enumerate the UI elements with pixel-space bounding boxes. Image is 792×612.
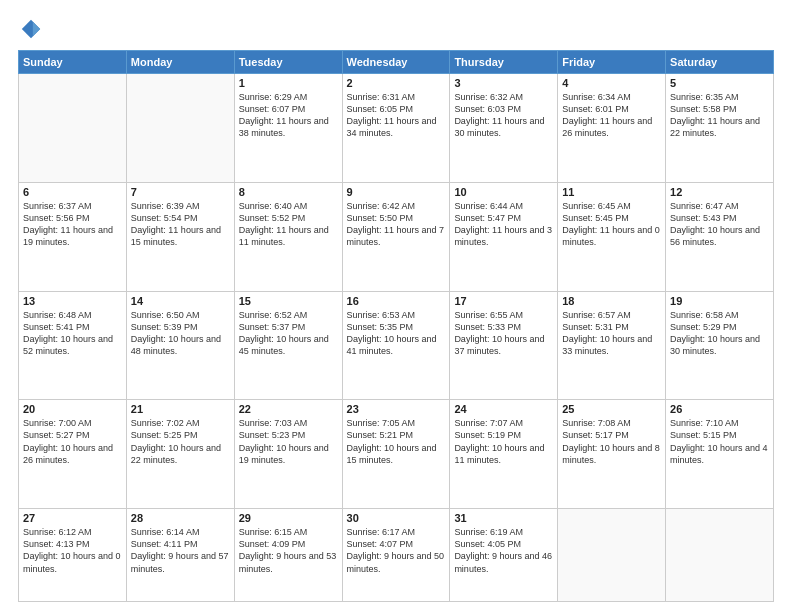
calendar-cell: 6Sunrise: 6:37 AM Sunset: 5:56 PM Daylig… [19,182,127,291]
calendar-cell: 29Sunrise: 6:15 AM Sunset: 4:09 PM Dayli… [234,509,342,602]
day-number: 9 [347,186,446,198]
day-info: Sunrise: 6:35 AM Sunset: 5:58 PM Dayligh… [670,91,769,140]
calendar-cell: 1Sunrise: 6:29 AM Sunset: 6:07 PM Daylig… [234,74,342,183]
day-number: 6 [23,186,122,198]
weekday-tuesday: Tuesday [234,51,342,74]
day-number: 14 [131,295,230,307]
day-info: Sunrise: 6:53 AM Sunset: 5:35 PM Dayligh… [347,309,446,358]
day-info: Sunrise: 6:55 AM Sunset: 5:33 PM Dayligh… [454,309,553,358]
day-info: Sunrise: 6:58 AM Sunset: 5:29 PM Dayligh… [670,309,769,358]
calendar-cell: 9Sunrise: 6:42 AM Sunset: 5:50 PM Daylig… [342,182,450,291]
day-info: Sunrise: 6:44 AM Sunset: 5:47 PM Dayligh… [454,200,553,249]
calendar-cell: 25Sunrise: 7:08 AM Sunset: 5:17 PM Dayli… [558,400,666,509]
day-number: 27 [23,512,122,524]
calendar-cell: 23Sunrise: 7:05 AM Sunset: 5:21 PM Dayli… [342,400,450,509]
calendar-cell: 12Sunrise: 6:47 AM Sunset: 5:43 PM Dayli… [666,182,774,291]
day-info: Sunrise: 6:48 AM Sunset: 5:41 PM Dayligh… [23,309,122,358]
day-number: 2 [347,77,446,89]
day-info: Sunrise: 6:37 AM Sunset: 5:56 PM Dayligh… [23,200,122,249]
calendar-cell: 4Sunrise: 6:34 AM Sunset: 6:01 PM Daylig… [558,74,666,183]
day-number: 22 [239,403,338,415]
day-number: 28 [131,512,230,524]
day-info: Sunrise: 6:31 AM Sunset: 6:05 PM Dayligh… [347,91,446,140]
day-number: 11 [562,186,661,198]
calendar-cell: 11Sunrise: 6:45 AM Sunset: 5:45 PM Dayli… [558,182,666,291]
day-number: 20 [23,403,122,415]
day-number: 8 [239,186,338,198]
day-info: Sunrise: 6:45 AM Sunset: 5:45 PM Dayligh… [562,200,661,249]
weekday-saturday: Saturday [666,51,774,74]
day-info: Sunrise: 6:42 AM Sunset: 5:50 PM Dayligh… [347,200,446,249]
calendar-cell: 27Sunrise: 6:12 AM Sunset: 4:13 PM Dayli… [19,509,127,602]
day-number: 30 [347,512,446,524]
day-number: 26 [670,403,769,415]
calendar-cell: 30Sunrise: 6:17 AM Sunset: 4:07 PM Dayli… [342,509,450,602]
calendar-cell: 17Sunrise: 6:55 AM Sunset: 5:33 PM Dayli… [450,291,558,400]
calendar-cell: 21Sunrise: 7:02 AM Sunset: 5:25 PM Dayli… [126,400,234,509]
logo [18,18,42,40]
calendar-cell: 28Sunrise: 6:14 AM Sunset: 4:11 PM Dayli… [126,509,234,602]
day-number: 17 [454,295,553,307]
day-number: 25 [562,403,661,415]
calendar-cell: 26Sunrise: 7:10 AM Sunset: 5:15 PM Dayli… [666,400,774,509]
day-info: Sunrise: 6:15 AM Sunset: 4:09 PM Dayligh… [239,526,338,575]
calendar-cell: 24Sunrise: 7:07 AM Sunset: 5:19 PM Dayli… [450,400,558,509]
week-row-1: 6Sunrise: 6:37 AM Sunset: 5:56 PM Daylig… [19,182,774,291]
week-row-2: 13Sunrise: 6:48 AM Sunset: 5:41 PM Dayli… [19,291,774,400]
calendar-cell: 13Sunrise: 6:48 AM Sunset: 5:41 PM Dayli… [19,291,127,400]
weekday-sunday: Sunday [19,51,127,74]
day-number: 24 [454,403,553,415]
day-number: 15 [239,295,338,307]
day-info: Sunrise: 6:34 AM Sunset: 6:01 PM Dayligh… [562,91,661,140]
day-number: 3 [454,77,553,89]
calendar-cell: 19Sunrise: 6:58 AM Sunset: 5:29 PM Dayli… [666,291,774,400]
day-number: 29 [239,512,338,524]
calendar-cell: 2Sunrise: 6:31 AM Sunset: 6:05 PM Daylig… [342,74,450,183]
day-number: 10 [454,186,553,198]
day-number: 12 [670,186,769,198]
day-number: 1 [239,77,338,89]
day-info: Sunrise: 6:40 AM Sunset: 5:52 PM Dayligh… [239,200,338,249]
calendar-cell: 20Sunrise: 7:00 AM Sunset: 5:27 PM Dayli… [19,400,127,509]
day-info: Sunrise: 6:50 AM Sunset: 5:39 PM Dayligh… [131,309,230,358]
calendar-cell: 7Sunrise: 6:39 AM Sunset: 5:54 PM Daylig… [126,182,234,291]
calendar-cell [126,74,234,183]
calendar-cell [19,74,127,183]
day-info: Sunrise: 7:08 AM Sunset: 5:17 PM Dayligh… [562,417,661,466]
day-info: Sunrise: 6:17 AM Sunset: 4:07 PM Dayligh… [347,526,446,575]
day-number: 4 [562,77,661,89]
calendar-cell: 16Sunrise: 6:53 AM Sunset: 5:35 PM Dayli… [342,291,450,400]
day-info: Sunrise: 6:12 AM Sunset: 4:13 PM Dayligh… [23,526,122,575]
day-number: 19 [670,295,769,307]
week-row-0: 1Sunrise: 6:29 AM Sunset: 6:07 PM Daylig… [19,74,774,183]
day-info: Sunrise: 6:19 AM Sunset: 4:05 PM Dayligh… [454,526,553,575]
day-number: 31 [454,512,553,524]
page: SundayMondayTuesdayWednesdayThursdayFrid… [0,0,792,612]
calendar-cell: 8Sunrise: 6:40 AM Sunset: 5:52 PM Daylig… [234,182,342,291]
day-info: Sunrise: 7:10 AM Sunset: 5:15 PM Dayligh… [670,417,769,466]
calendar-cell: 22Sunrise: 7:03 AM Sunset: 5:23 PM Dayli… [234,400,342,509]
day-info: Sunrise: 6:52 AM Sunset: 5:37 PM Dayligh… [239,309,338,358]
calendar-cell [666,509,774,602]
day-number: 23 [347,403,446,415]
day-info: Sunrise: 7:03 AM Sunset: 5:23 PM Dayligh… [239,417,338,466]
week-row-3: 20Sunrise: 7:00 AM Sunset: 5:27 PM Dayli… [19,400,774,509]
calendar-cell: 3Sunrise: 6:32 AM Sunset: 6:03 PM Daylig… [450,74,558,183]
weekday-friday: Friday [558,51,666,74]
calendar-cell: 10Sunrise: 6:44 AM Sunset: 5:47 PM Dayli… [450,182,558,291]
logo-icon [20,18,42,40]
weekday-thursday: Thursday [450,51,558,74]
day-info: Sunrise: 7:05 AM Sunset: 5:21 PM Dayligh… [347,417,446,466]
week-row-4: 27Sunrise: 6:12 AM Sunset: 4:13 PM Dayli… [19,509,774,602]
svg-marker-1 [33,22,40,37]
calendar-cell [558,509,666,602]
day-info: Sunrise: 7:07 AM Sunset: 5:19 PM Dayligh… [454,417,553,466]
calendar-cell: 14Sunrise: 6:50 AM Sunset: 5:39 PM Dayli… [126,291,234,400]
day-number: 16 [347,295,446,307]
day-info: Sunrise: 6:57 AM Sunset: 5:31 PM Dayligh… [562,309,661,358]
calendar-cell: 15Sunrise: 6:52 AM Sunset: 5:37 PM Dayli… [234,291,342,400]
day-info: Sunrise: 6:14 AM Sunset: 4:11 PM Dayligh… [131,526,230,575]
day-info: Sunrise: 7:00 AM Sunset: 5:27 PM Dayligh… [23,417,122,466]
day-number: 7 [131,186,230,198]
day-number: 13 [23,295,122,307]
